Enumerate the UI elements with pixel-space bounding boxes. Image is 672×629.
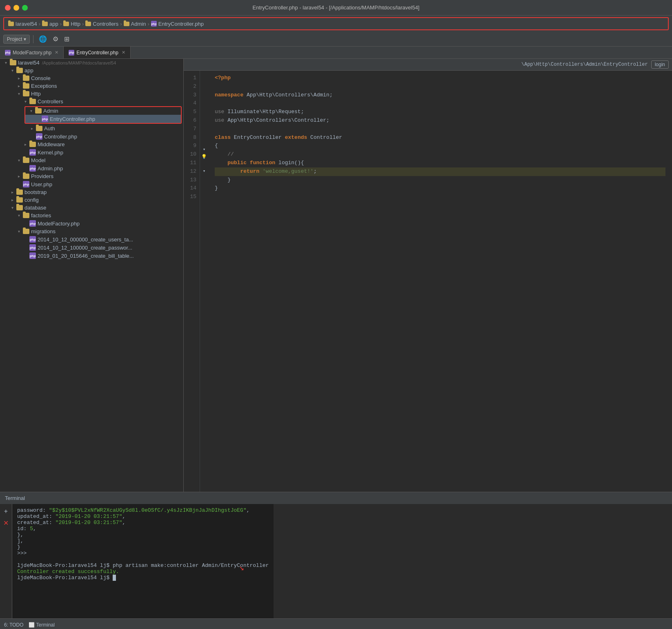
code-line-11: public function login(){ [215, 159, 665, 167]
tree-item-middleware[interactable]: Middleware [0, 141, 183, 148]
project-label: Project [7, 36, 22, 42]
php-icon: php [29, 149, 36, 156]
tree-item-entrycontroller[interactable]: php EntryController.php [25, 115, 181, 123]
code-line-2 [215, 83, 665, 91]
tree-item-bootstrap[interactable]: bootstrap [0, 188, 183, 196]
code-content: <?php namespace App\Http\Controllers\Adm… [208, 71, 672, 492]
login-badge-button[interactable]: login [651, 60, 669, 69]
tree-item-providers[interactable]: Providers [0, 172, 183, 180]
arrow-icon [16, 91, 21, 96]
status-terminal[interactable]: ⬜ Terminal [29, 622, 55, 628]
folder-icon [63, 22, 69, 26]
code-line-6: use App\Http\Controllers\Controller; [215, 116, 665, 125]
titlebar: EntryController.php - laravel54 - [/Appl… [0, 0, 672, 16]
tree-item-migrations[interactable]: migrations [0, 228, 183, 235]
fullscreen-button[interactable] [22, 5, 28, 11]
line-gutter: ▾ 💡 ▾ [200, 71, 208, 492]
terminal-header: Terminal [0, 492, 672, 504]
php-icon: php [29, 220, 36, 227]
term-line-2: updated_at: "2019-01-20 03:21:57", [17, 513, 269, 520]
globe-icon[interactable]: 🌐 [37, 34, 49, 44]
split-icon[interactable]: ⊞ [62, 34, 71, 44]
tree-item-exceptions[interactable]: Exceptions [0, 82, 183, 90]
add-terminal-icon[interactable]: + [2, 507, 10, 515]
arrow-icon [10, 190, 15, 195]
folder-icon [23, 83, 29, 89]
folder-icon [23, 229, 29, 234]
code-line-3: namespace App\Http\Controllers\Admin; [215, 91, 665, 100]
editor-area: \App\Http\Controllers\Admin\EntryControl… [184, 59, 672, 492]
php-icon: php [29, 165, 36, 172]
php-icon: php [23, 181, 29, 187]
breadcrumb-item-admin[interactable]: Admin [124, 21, 146, 27]
term-line-success: Controller created successfully. [17, 569, 269, 575]
tree-item-console[interactable]: Console [0, 74, 183, 82]
arrow-icon [29, 109, 33, 114]
tab-entrycontroller[interactable]: php EntryController.php ✕ [64, 47, 131, 58]
terminal-status-icon: ⬜ [29, 622, 35, 628]
term-line-3: created_at: "2019-01-20 03:21:57", [17, 520, 269, 526]
close-terminal-icon[interactable]: ✕ [2, 519, 10, 527]
sidebar: laravel54 /Applications/MAMP/htdocs/lara… [0, 59, 184, 492]
tree-item-config[interactable]: config [0, 196, 183, 204]
status-todo[interactable]: 6: TODO [4, 622, 24, 628]
arrow-icon [10, 205, 15, 210]
tree-item-admin[interactable]: Admin [25, 107, 181, 115]
breadcrumb-item-controllers[interactable]: Controllers [85, 21, 118, 27]
breadcrumb-item-laravel54[interactable]: laravel54 [8, 21, 37, 27]
terminal-body[interactable]: password: "$2y$10$PVL2xNfWR2XcaUGySd8l.0… [12, 504, 274, 618]
close-button[interactable] [5, 5, 11, 11]
todo-label: 6: TODO [4, 622, 24, 628]
folder-icon [29, 142, 36, 147]
php-icon: php [151, 21, 157, 27]
php-icon: php [5, 50, 11, 56]
breadcrumb-item-file[interactable]: php EntryController.php [151, 21, 204, 27]
tree-item-migration3[interactable]: php 2019_01_20_015646_create_bill_table.… [0, 252, 183, 260]
arrow-icon [10, 68, 15, 73]
tree-item-laravel54[interactable]: laravel54 /Applications/MAMP/htdocs/lara… [0, 59, 183, 67]
arrow-icon [3, 60, 8, 65]
folder-icon [23, 158, 29, 163]
minimize-button[interactable] [13, 5, 19, 11]
tree-item-app[interactable]: app [0, 67, 183, 74]
tree-item-auth[interactable]: Auth [0, 125, 183, 132]
tree-item-factories[interactable]: factories [0, 212, 183, 219]
folder-icon [23, 76, 29, 81]
code-view[interactable]: 1 2 3 4 5 6 7 8 9 10 11 12 13 14 15 [184, 71, 672, 492]
folder-icon [23, 91, 29, 96]
tab-close-icon[interactable]: ✕ [55, 50, 58, 55]
line-numbers: 1 2 3 4 5 6 7 8 9 10 11 12 13 14 15 [184, 71, 200, 492]
folder-icon [16, 205, 23, 210]
arrow-icon [16, 213, 21, 218]
breadcrumb-item-http[interactable]: Http [63, 21, 80, 27]
tree-item-http[interactable]: Http [0, 90, 183, 98]
term-line-4: id: 5, [17, 526, 269, 532]
tree-item-user-php[interactable]: php User.php [0, 180, 183, 188]
code-line-1: <?php [215, 74, 665, 83]
folder-icon [35, 108, 42, 114]
php-icon: php [36, 133, 42, 140]
arrow-icon [16, 84, 21, 89]
tab-modelfactory[interactable]: php ModelFactory.php ✕ [0, 47, 64, 58]
main-area: laravel54 /Applications/MAMP/htdocs/lara… [0, 59, 672, 492]
tree-item-controllers[interactable]: Controllers [0, 98, 183, 105]
tree-item-migration1[interactable]: php 2014_10_12_000000_create_users_ta... [0, 235, 183, 243]
project-dropdown[interactable]: Project ▾ [3, 35, 30, 44]
tree-item-database[interactable]: database [0, 204, 183, 212]
folder-icon [16, 197, 23, 203]
folder-icon [16, 68, 23, 73]
tree-item-migration2[interactable]: php 2014_10_12_100000_create_passwor... [0, 243, 183, 252]
term-line-6: ], [17, 538, 269, 544]
tab-close-active-icon[interactable]: ✕ [122, 50, 125, 55]
tree-item-modelfactory[interactable]: php ModelFactory.php [0, 219, 183, 228]
folder-icon [124, 22, 129, 26]
settings-icon[interactable]: ⚙ [51, 34, 60, 44]
tree-item-model[interactable]: Model [0, 156, 183, 164]
tabs-bar: php ModelFactory.php ✕ php EntryControll… [0, 47, 672, 59]
tree-item-admin-php[interactable]: php Admin.php [0, 164, 183, 172]
tree-item-kernel[interactable]: php Kernel.php [0, 148, 183, 156]
toolbar: Project ▾ 🌐 ⚙ ⊞ [0, 32, 672, 47]
breadcrumb-item-app[interactable]: app [42, 21, 58, 27]
arrow-icon [23, 142, 28, 147]
tree-item-controller-php[interactable]: php Controller.php [0, 132, 183, 141]
